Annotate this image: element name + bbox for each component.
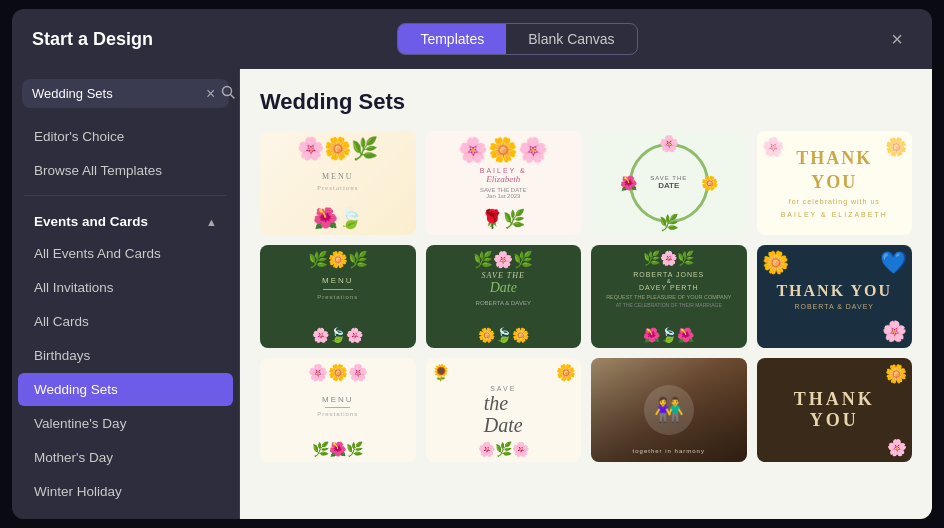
modal-header: Start a Design Templates Blank Canvas × bbox=[12, 9, 932, 69]
template-card[interactable]: 🌸🌼🌸 BAILEY & Elizabeth SAVE THE DATE Jan… bbox=[426, 131, 582, 235]
search-icon bbox=[221, 85, 235, 99]
svg-line-1 bbox=[231, 95, 235, 99]
main-content: Wedding Sets 🌸🌼🌿 MENU Prestations 🌺🍃 bbox=[240, 69, 932, 519]
modal: Start a Design Templates Blank Canvas × … bbox=[12, 9, 932, 519]
template-card[interactable]: THANKYOU for celebrating with us BAILEY … bbox=[757, 131, 913, 235]
chevron-up-icon: ▲ bbox=[206, 216, 217, 228]
sidebar-item-valentines-day[interactable]: Valentine's Day bbox=[18, 407, 233, 440]
search-clear-button[interactable]: × bbox=[206, 86, 215, 102]
sidebar-item-wedding-sets[interactable]: Wedding Sets bbox=[18, 373, 233, 406]
template-card[interactable]: SAVE THE DATE 🌸 🌿 🌺 🌼 bbox=[591, 131, 747, 235]
sidebar-item-all-events-cards[interactable]: All Events And Cards bbox=[18, 237, 233, 270]
sidebar-item-mothers-day[interactable]: Mother's Day bbox=[18, 441, 233, 474]
template-card[interactable]: 🌿🌼🌿 MENU Prestations 🌸🍃🌸 bbox=[260, 245, 416, 349]
template-card[interactable]: 🌿🌸🌿 SAVE THE Date ROBERTA & DAVEY 🌼🍃🌼 bbox=[426, 245, 582, 349]
sidebar: × Editor's Choice Browse All Templates bbox=[12, 69, 240, 519]
search-input[interactable] bbox=[32, 86, 200, 101]
sidebar-item-editors-choice[interactable]: Editor's Choice bbox=[18, 120, 233, 153]
sidebar-item-birthdays[interactable]: Birthdays bbox=[18, 339, 233, 372]
template-card[interactable]: 🌼💙 THANK YOU ROBERTA & DAVEY 🌸 bbox=[757, 245, 913, 349]
sidebar-item-all-invitations[interactable]: All Invitations bbox=[18, 271, 233, 304]
tab-group: Templates Blank Canvas bbox=[397, 23, 637, 55]
divider bbox=[24, 195, 227, 196]
template-grid: 🌸🌼🌿 MENU Prestations 🌺🍃 🌸🌼🌸 BAILEY & El bbox=[260, 131, 912, 462]
template-card[interactable]: 🌼 THANK YOU 🌸 bbox=[757, 358, 913, 462]
search-button[interactable] bbox=[221, 85, 235, 102]
sidebar-item-browse-all[interactable]: Browse All Templates bbox=[18, 154, 233, 187]
tab-templates[interactable]: Templates bbox=[398, 24, 506, 54]
sidebar-item-all-cards[interactable]: All Cards bbox=[18, 305, 233, 338]
template-card[interactable]: 🌿🌸🌿 ROBERTA JONES & DAVEY PERTH REQUEST … bbox=[591, 245, 747, 349]
modal-title: Start a Design bbox=[32, 29, 153, 50]
tab-blank-canvas[interactable]: Blank Canvas bbox=[506, 24, 636, 54]
close-button[interactable]: × bbox=[882, 24, 912, 54]
modal-body: × Editor's Choice Browse All Templates bbox=[12, 69, 932, 519]
sidebar-item-winter-holiday[interactable]: Winter Holiday bbox=[18, 475, 233, 508]
section-collages[interactable]: Collages ▼ bbox=[18, 512, 233, 519]
modal-overlay: Start a Design Templates Blank Canvas × … bbox=[0, 0, 944, 528]
section-events-cards[interactable]: Events and Cards ▲ bbox=[18, 204, 233, 235]
content-title: Wedding Sets bbox=[260, 89, 912, 115]
template-card[interactable]: 🌸🌼🌸 MENU Prestations 🌿🌺🌿 bbox=[260, 358, 416, 462]
template-card[interactable]: Save theDate 🌻 🌼 🌸🌿🌸 bbox=[426, 358, 582, 462]
section-events-cards-label: Events and Cards bbox=[34, 214, 148, 229]
search-bar: × bbox=[22, 79, 229, 108]
template-card[interactable]: 🌸🌼🌿 MENU Prestations 🌺🍃 bbox=[260, 131, 416, 235]
template-card[interactable]: 👫 together in harmony bbox=[591, 358, 747, 462]
